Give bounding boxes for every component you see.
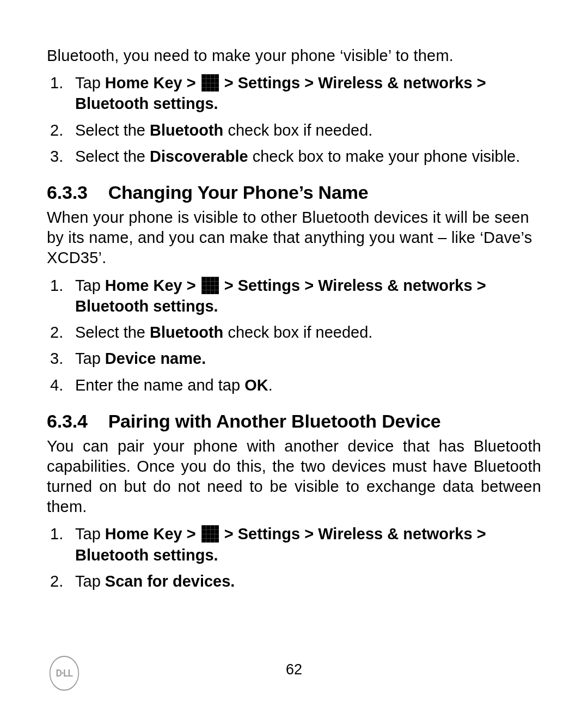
steps-visibility: 1. Tap Home Key > > Settings > Wireless … (47, 72, 541, 167)
text-bold: Discoverable (150, 148, 248, 165)
document-page: Bluetooth, you need to make your phone ‘… (0, 0, 588, 719)
list-number: 1. (50, 523, 63, 544)
apps-grid-icon (201, 74, 219, 92)
list-number: 4. (50, 375, 63, 395)
text-fragment: Home Key > (105, 74, 196, 92)
text-fragment: Tap (75, 525, 105, 543)
text-bold: Scan for devices. (105, 572, 235, 590)
section-title: Pairing with Another Bluetooth Device (108, 411, 441, 431)
text-bold: Device name. (105, 350, 206, 367)
step-text: Tap Home Key > > Settings > Wireless & n… (75, 74, 486, 112)
text-fragment: check box if needed. (223, 121, 372, 139)
list-item: 1. Tap Home Key > > Settings > Wireless … (47, 275, 541, 317)
section-heading-633: 6.3.3Changing Your Phone’s Name (47, 182, 541, 203)
text-fragment: Home Key > (105, 525, 196, 543)
page-number: 62 (0, 661, 588, 678)
step-text: Enter the name and tap OK. (75, 376, 273, 394)
list-item: 1. Tap Home Key > > Settings > Wireless … (47, 72, 541, 114)
list-number: 3. (50, 146, 63, 167)
text-fragment: Select the (75, 148, 150, 165)
list-item: 2. Select the Bluetooth check box if nee… (47, 120, 541, 141)
step-text: Select the Bluetooth check box if needed… (75, 324, 372, 341)
text-fragment: Tap (75, 277, 105, 294)
steps-pairing: 1. Tap Home Key > > Settings > Wireless … (47, 523, 541, 592)
text-fragment: Home Key > (105, 277, 196, 294)
steps-change-name: 1. Tap Home Key > > Settings > Wireless … (47, 275, 541, 395)
text-fragment: Select the (75, 324, 150, 341)
section-633-para: When your phone is visible to other Blue… (47, 208, 541, 268)
section-number: 6.3.4 (47, 411, 88, 432)
apps-grid-icon (201, 525, 219, 543)
list-number: 2. (50, 322, 63, 343)
text-bold: OK (244, 376, 268, 394)
step-text: Tap Home Key > > Settings > Wireless & n… (75, 277, 486, 315)
text-bold: Bluetooth (150, 121, 223, 139)
section-heading-634: 6.3.4Pairing with Another Bluetooth Devi… (47, 411, 541, 432)
list-number: 3. (50, 348, 63, 369)
list-item: 2. Select the Bluetooth check box if nee… (47, 322, 541, 343)
step-text: Tap Scan for devices. (75, 572, 235, 590)
list-item: 3. Select the Discoverable check box to … (47, 146, 541, 167)
list-item: 1. Tap Home Key > > Settings > Wireless … (47, 523, 541, 565)
list-number: 2. (50, 571, 63, 592)
text-fragment: Enter the name and tap (75, 376, 244, 394)
step-text: Tap Device name. (75, 350, 206, 367)
step-text: Select the Discoverable check box to mak… (75, 148, 520, 165)
nav-path-bold: Home Key > > Settings > Wireless & netwo… (75, 74, 486, 112)
nav-path-bold: Home Key > > Settings > Wireless & netwo… (75, 525, 486, 563)
apps-grid-icon (201, 277, 219, 294)
text-fragment: check box if needed. (223, 324, 372, 341)
nav-path-bold: Home Key > > Settings > Wireless & netwo… (75, 277, 486, 315)
text-fragment: check box to make your phone visible. (248, 148, 520, 165)
list-item: 3. Tap Device name. (47, 348, 541, 369)
list-number: 1. (50, 72, 63, 93)
section-634-para: You can pair your phone with another dev… (47, 436, 541, 517)
text-fragment: Tap (75, 572, 105, 590)
step-text: Tap Home Key > > Settings > Wireless & n… (75, 525, 486, 563)
list-number: 2. (50, 120, 63, 141)
step-text: Select the Bluetooth check box if needed… (75, 121, 372, 139)
intro-text: Bluetooth, you need to make your phone ‘… (47, 46, 541, 66)
list-number: 1. (50, 275, 63, 296)
text-fragment: Select the (75, 121, 150, 139)
section-title: Changing Your Phone’s Name (108, 182, 369, 203)
list-item: 2. Tap Scan for devices. (47, 571, 541, 592)
page-footer: D·LL 62 (0, 656, 588, 691)
text-fragment: Tap (75, 74, 105, 92)
section-number: 6.3.3 (47, 182, 88, 203)
text-bold: Bluetooth (150, 324, 223, 341)
text-fragment: . (268, 376, 273, 394)
list-item: 4. Enter the name and tap OK. (47, 375, 541, 395)
text-fragment: Tap (75, 350, 105, 367)
